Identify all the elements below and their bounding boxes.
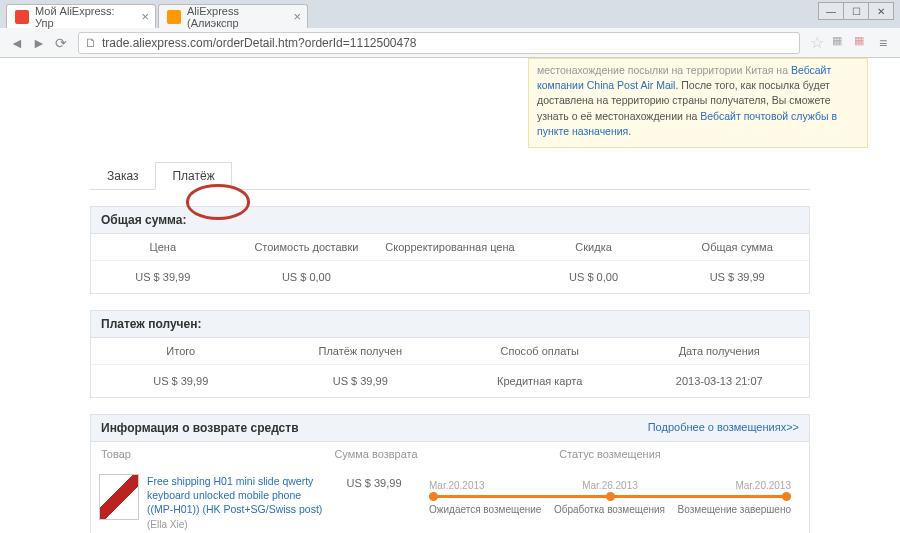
col-sum: Итого (91, 338, 271, 364)
refund-more-link[interactable]: Подробнее о возмещениях>> (648, 421, 799, 435)
timeline-dot (429, 492, 438, 501)
val-discount: US $ 0,00 (522, 261, 666, 293)
product-thumbnail[interactable] (99, 474, 139, 520)
tab-order[interactable]: Заказ (90, 162, 155, 189)
minimize-button[interactable]: — (818, 2, 844, 20)
col-status: Статус возмещения (421, 448, 799, 460)
val-adjusted (378, 261, 522, 293)
val-shipping: US $ 0,00 (235, 261, 379, 293)
seller-name: (Ella Xie) (147, 519, 329, 530)
val-sum: US $ 39,99 (91, 365, 271, 397)
col-product: Товар (101, 448, 331, 460)
tab-close-icon[interactable]: × (293, 10, 301, 23)
address-bar: ◄ ► ⟳ 🗋 trade.aliexpress.com/orderDetail… (0, 28, 900, 58)
timeline-date: Mar.20.2013 (735, 480, 791, 491)
menu-button[interactable]: ≡ (872, 32, 894, 54)
maximize-button[interactable]: ☐ (843, 2, 869, 20)
product-link[interactable]: Free shipping H01 mini slide qwerty keyb… (147, 475, 322, 515)
panel-title: Информация о возврате средств (101, 421, 299, 435)
tab-close-icon[interactable]: × (141, 10, 149, 23)
col-shipping: Стоимость доставки (235, 234, 379, 260)
val-price: US $ 39,99 (91, 261, 235, 293)
timeline-stage: Обработка возмещения (554, 504, 665, 515)
val-date: 2013-03-13 21:07 (630, 365, 810, 397)
refund-amount: US $ 39,99 (329, 474, 419, 533)
shipping-info-notice: местонахождение посылки на территории Ки… (528, 58, 868, 148)
url-input[interactable]: 🗋 trade.aliexpress.com/orderDetail.htm?o… (78, 32, 800, 54)
browser-tab-0[interactable]: Мой AliExpress: Упр × (6, 4, 156, 28)
col-amount: Сумма возврата (331, 448, 421, 460)
browser-tab-1[interactable]: AliExpress (Алиэкспр × (158, 4, 308, 28)
col-received: Платёж получен (271, 338, 451, 364)
timeline-dot (606, 492, 615, 501)
col-method: Способ оплаты (450, 338, 630, 364)
refund-row: Free shipping H01 mini slide qwerty keyb… (91, 466, 809, 533)
tab-title: AliExpress (Алиэкспр (187, 5, 285, 29)
tab-title: Мой AliExpress: Упр (35, 5, 133, 29)
col-total: Общая сумма (665, 234, 809, 260)
browser-tab-bar: Мой AliExpress: Упр × AliExpress (Алиэкс… (0, 0, 900, 28)
timeline-dot (782, 492, 791, 501)
page-content: местонахождение посылки на территории Ки… (0, 58, 900, 533)
col-adjusted: Скорректированная цена (378, 234, 522, 260)
timeline-date: Mar.20.2013 (429, 480, 485, 491)
tab-payment[interactable]: Платёж (155, 162, 231, 190)
globe-icon: 🗋 (85, 36, 97, 50)
col-price: Цена (91, 234, 235, 260)
col-date: Дата получения (630, 338, 810, 364)
timeline-date: Mar.26.2013 (582, 480, 638, 491)
timeline-stage: Возмещение завершено (678, 504, 791, 515)
refund-timeline: Mar.20.2013 Mar.26.2013 Mar.20.2013 Ожид… (419, 474, 801, 533)
order-detail-tabs: Заказ Платёж (90, 162, 810, 190)
val-total: US $ 39,99 (665, 261, 809, 293)
panel-title: Платеж получен: (91, 311, 809, 338)
extension-icon[interactable]: ▦ (854, 34, 872, 52)
panel-total: Общая сумма: Цена Стоимость доставки Ско… (90, 206, 810, 294)
close-button[interactable]: ✕ (868, 2, 894, 20)
val-method: Кредитная карта (450, 365, 630, 397)
panel-refund-info: Информация о возврате средств Подробнее … (90, 414, 810, 533)
back-button[interactable]: ◄ (6, 32, 28, 54)
col-discount: Скидка (522, 234, 666, 260)
url-text: trade.aliexpress.com/orderDetail.htm?ord… (102, 36, 417, 50)
extension-icon[interactable]: ▦ (832, 34, 850, 52)
timeline-stage: Ожидается возмещение (429, 504, 541, 515)
panel-title: Общая сумма: (91, 207, 809, 234)
panel-payment-received: Платеж получен: Итого Платёж получен Спо… (90, 310, 810, 398)
forward-button[interactable]: ► (28, 32, 50, 54)
favicon (167, 10, 181, 24)
window-buttons: — ☐ ✕ (819, 2, 894, 20)
val-received: US $ 39,99 (271, 365, 451, 397)
bookmark-button[interactable]: ☆ (806, 32, 828, 54)
reload-button[interactable]: ⟳ (50, 32, 72, 54)
favicon (15, 10, 29, 24)
